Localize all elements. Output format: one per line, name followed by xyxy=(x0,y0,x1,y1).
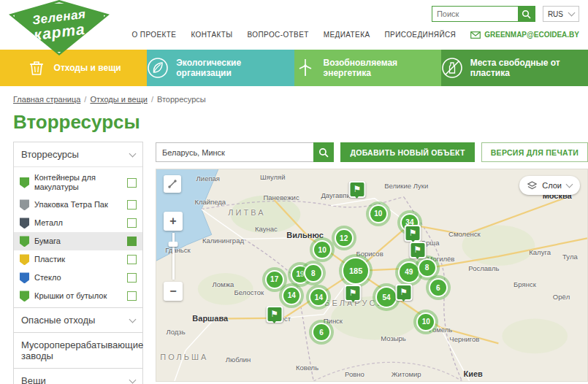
nav-link[interactable]: КОНТАКТЫ xyxy=(191,31,232,39)
nav-link[interactable]: МЕДИАТЕКА xyxy=(324,31,370,39)
category-marker-icon xyxy=(20,199,29,210)
nav-link[interactable]: ПРИСОЕДИНЯЙСЯ xyxy=(385,31,457,39)
sidebar-section-header[interactable]: Опасные отходы xyxy=(14,308,142,332)
site-search-button[interactable] xyxy=(518,6,535,22)
search-icon xyxy=(522,9,531,19)
cluster-marker[interactable]: 14 xyxy=(282,286,301,305)
category-label: Отходы и вещи xyxy=(54,63,121,73)
flag-marker[interactable]: ⚑ xyxy=(395,284,412,301)
sidebar-section-label: Вещи xyxy=(21,375,46,384)
filter-row[interactable]: Крышки от бутылок xyxy=(14,287,142,305)
plastic-free-icon-wrap xyxy=(441,57,463,79)
zoom-slider-handle[interactable] xyxy=(169,242,178,247)
zoom-out-button[interactable]: − xyxy=(164,282,183,301)
filter-checkbox[interactable] xyxy=(127,200,137,210)
header: Зеленая карта RUS xyxy=(0,0,588,50)
language-selector[interactable]: RUS xyxy=(543,6,579,22)
breadcrumb-item[interactable]: Отходы и вещи xyxy=(90,95,147,104)
flag-marker[interactable]: ⚑ xyxy=(266,306,283,323)
site-search-input[interactable] xyxy=(432,6,518,22)
cluster-marker[interactable]: 10 xyxy=(416,312,435,331)
chevron-down-icon xyxy=(129,150,137,157)
zoom-in-button[interactable]: + xyxy=(164,212,183,231)
zoom-slider[interactable] xyxy=(172,233,175,280)
cluster-marker[interactable]: 10 xyxy=(369,204,388,223)
map-search-button[interactable] xyxy=(313,142,334,162)
category-marker-icon xyxy=(20,291,29,302)
header-right: RUS О ПРОЕКТЕКОНТАКТЫВОПРОС-ОТВЕТМЕДИАТЕ… xyxy=(132,6,579,39)
flag-marker[interactable]: ⚑ xyxy=(405,225,421,242)
cluster-marker[interactable]: 17 xyxy=(265,270,284,289)
filter-label: Стекло xyxy=(34,273,122,283)
flag-marker[interactable]: ⚑ xyxy=(348,181,365,198)
sidebar-section-header[interactable]: Мусороперерабатывающие заводы xyxy=(14,333,142,368)
cluster-marker[interactable]: 10 xyxy=(313,240,332,259)
trash-icon xyxy=(26,58,47,78)
map-background xyxy=(156,169,587,381)
sidebar-section: Опасные отходы xyxy=(13,307,143,333)
add-object-button[interactable]: ДОБАВИТЬ НОВЫЙ ОБЪЕКТ xyxy=(340,142,474,162)
filter-label: Упаковка Тетра Пак xyxy=(34,200,122,210)
map-toolbar: ДОБАВИТЬ НОВЫЙ ОБЪЕКТ ВЕРСИЯ ДЛЯ ПЕЧАТИ xyxy=(156,142,588,162)
filter-row[interactable]: Контейнеры для макулатуры xyxy=(14,169,142,196)
main-row: Вторресурсы Контейнеры для макулатурыУпа… xyxy=(13,142,588,384)
nav-link[interactable]: ВОПРОС-ОТВЕТ xyxy=(248,31,309,39)
cluster-marker[interactable]: 49 xyxy=(398,261,420,283)
ruler-button[interactable] xyxy=(164,175,181,193)
chevron-down-icon xyxy=(129,376,137,383)
category-3[interactable]: Возобновляемая энергетика xyxy=(294,50,441,86)
sidebar-section-label: Вторресурсы xyxy=(21,149,79,160)
logo[interactable]: Зеленая карта xyxy=(9,0,110,55)
page-title: Вторресурсы xyxy=(13,111,588,134)
cluster-marker[interactable]: 6 xyxy=(429,278,448,297)
language-value: RUS xyxy=(548,10,563,18)
wind-turbine-icon-wrap xyxy=(294,57,316,79)
filter-label: Пластик xyxy=(34,255,122,264)
filter-row[interactable]: Бумага xyxy=(14,232,142,250)
filter-row[interactable]: Металл xyxy=(14,214,142,232)
breadcrumb-item: Вторресурсы xyxy=(157,95,206,104)
filter-checkbox[interactable] xyxy=(127,255,137,264)
content: Главная страница/Отходы и вещи/Вторресур… xyxy=(0,86,588,384)
main-nav: О ПРОЕКТЕКОНТАКТЫВОПРОС-ОТВЕТМЕДИАТЕКАПР… xyxy=(132,31,579,39)
breadcrumb-item[interactable]: Главная страница xyxy=(13,95,80,104)
cluster-marker[interactable]: 8 xyxy=(304,264,323,283)
search-icon xyxy=(318,147,329,158)
cluster-marker[interactable]: 6 xyxy=(312,323,331,342)
filter-checkbox[interactable] xyxy=(127,178,137,188)
category-4[interactable]: Места свободные от пластика xyxy=(441,50,588,86)
filter-list: Контейнеры для макулатурыУпаковка Тетра … xyxy=(14,166,142,307)
sidebar-section-label: Мусороперерабатывающие заводы xyxy=(21,339,143,361)
cluster-marker[interactable]: 54 xyxy=(375,286,397,308)
print-version-button[interactable]: ВЕРСИЯ ДЛЯ ПЕЧАТИ xyxy=(481,142,588,162)
sidebar-section-header[interactable]: Вторресурсы xyxy=(14,142,142,166)
email-link[interactable]: GREENMAP@ECOIDEA.BY xyxy=(470,31,579,39)
envelope-icon xyxy=(470,31,481,39)
map-search xyxy=(156,142,334,162)
filter-checkbox[interactable] xyxy=(127,218,137,228)
flag-marker[interactable]: ⚑ xyxy=(345,285,362,302)
filter-row[interactable]: Пластик xyxy=(14,250,142,269)
map[interactable]: ЛиепаяШяуляйПаневежисДаугавпилсВеликие Л… xyxy=(156,169,588,382)
map-search-input[interactable] xyxy=(156,142,313,162)
layers-button[interactable]: Слои xyxy=(519,176,580,195)
filter-row[interactable]: Упаковка Тетра Пак xyxy=(14,196,142,214)
sidebar-section-header[interactable]: Вещи xyxy=(14,369,142,384)
category-label: Возобновляемая энергетика xyxy=(324,58,441,78)
filter-checkbox[interactable] xyxy=(127,237,137,246)
chevron-down-icon xyxy=(129,315,137,323)
filter-label: Контейнеры для макулатуры xyxy=(34,173,122,192)
flag-marker[interactable]: ⚑ xyxy=(409,242,426,258)
filter-label: Крышки от бутылок xyxy=(34,291,122,301)
cluster-marker[interactable]: 14 xyxy=(309,288,328,307)
nav-link[interactable]: О ПРОЕКТЕ xyxy=(132,31,177,39)
category-2[interactable]: Экологические организации xyxy=(147,50,294,86)
cluster-marker[interactable]: 12 xyxy=(335,229,354,247)
filter-checkbox[interactable] xyxy=(127,291,137,301)
page: Зеленая карта RUS xyxy=(0,0,588,384)
filter-checkbox[interactable] xyxy=(127,273,137,283)
filter-row[interactable]: Стекло xyxy=(14,269,142,287)
trash-icon-wrap xyxy=(26,58,47,78)
cluster-marker[interactable]: 185 xyxy=(342,257,370,285)
site-search xyxy=(432,6,535,22)
